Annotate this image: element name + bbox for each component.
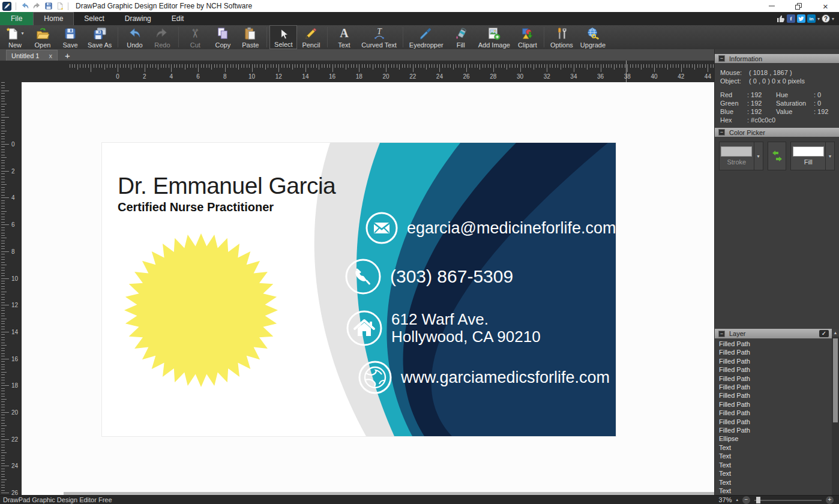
collapse-information-icon[interactable]: −	[718, 55, 725, 62]
add-image-icon	[487, 26, 501, 40]
save-button[interactable]: Save	[56, 25, 84, 49]
pencil-button[interactable]: Pencil	[297, 25, 325, 49]
card-phone-row: (303) 867-5309	[344, 258, 513, 295]
layer-item[interactable]: Filled Path	[719, 365, 832, 374]
stroke-swatch[interactable]	[721, 147, 752, 157]
business-card-artwork[interactable]: Dr. Emmanuel Garcia Certified Nurse Prac…	[102, 143, 616, 436]
layer-scrollbar[interactable]: ▲	[832, 329, 839, 495]
layer-item[interactable]: Text	[719, 469, 832, 478]
horizontal-ruler: 0246810121416182022242628303234363840424…	[22, 61, 714, 82]
layer-item[interactable]: Text	[719, 443, 832, 452]
svg-text:T: T	[377, 27, 382, 36]
layer-item[interactable]: Text	[719, 487, 832, 495]
help-dropdown-icon[interactable]: ▾	[832, 16, 834, 22]
menu-home[interactable]: Home	[33, 12, 74, 25]
zoom-level[interactable]: 37%	[718, 496, 732, 503]
new-dropdown-icon[interactable]: ▾	[21, 31, 23, 36]
layer-item[interactable]: Filled Path	[719, 383, 832, 391]
save-quick-icon[interactable]	[44, 2, 53, 10]
like-icon[interactable]	[777, 14, 785, 23]
color-info-row: Green: 192Saturation: 0	[720, 99, 839, 107]
minimize-button[interactable]	[758, 0, 785, 12]
collapse-layer-icon[interactable]: −	[718, 331, 725, 337]
restore-button[interactable]	[785, 0, 812, 12]
color-info-row: Red: 192Hue: 0	[720, 91, 839, 99]
social-dropdown-icon[interactable]: ▾	[817, 16, 820, 22]
layer-item[interactable]: Filled Path	[719, 409, 832, 417]
menu-drawing[interactable]: Drawing	[115, 12, 161, 25]
toolbar-divider	[544, 27, 544, 47]
card-email-row: egarcia@medicineforlife.com	[365, 211, 616, 245]
zoom-slider-thumb[interactable]	[756, 497, 760, 503]
card-website-row: www.garciamedicsforlife.com	[358, 360, 610, 395]
tab-close-icon[interactable]: x	[49, 52, 52, 59]
fill-icon	[454, 26, 468, 40]
zoom-dropdown-icon[interactable]: ▴	[736, 497, 738, 502]
swap-stroke-fill-button[interactable]	[768, 142, 787, 170]
menu-file[interactable]: File	[0, 12, 33, 25]
undo-button[interactable]: Undo	[121, 25, 148, 49]
new-tab-button[interactable]: +	[62, 50, 73, 61]
curved-text-button[interactable]: T Curved Text	[358, 25, 400, 49]
layer-item[interactable]: Filled Path	[719, 348, 832, 356]
canvas-area[interactable]: Dr. Emmanuel Garcia Certified Nurse Prac…	[0, 61, 714, 495]
copy-button[interactable]: Copy	[209, 25, 236, 49]
upgrade-button[interactable]: Upgrade	[577, 25, 609, 49]
open-button[interactable]: Open	[29, 25, 56, 49]
menu-select[interactable]: Select	[74, 12, 114, 25]
app-logo-icon	[2, 2, 11, 11]
document-page[interactable]: Dr. Emmanuel Garcia Certified Nurse Prac…	[22, 82, 714, 495]
redo-icon	[155, 26, 169, 40]
redo-button[interactable]: Redo	[148, 25, 176, 49]
document-tab-bar: Untitled 1 x +	[0, 49, 714, 61]
zoom-slider[interactable]	[754, 496, 822, 504]
fill-dropdown-icon[interactable]: ▾	[825, 142, 834, 170]
menu-edit[interactable]: Edit	[161, 12, 194, 25]
stroke-dropdown-icon[interactable]: ▾	[754, 142, 763, 170]
layer-item[interactable]: Filled Path	[719, 426, 832, 434]
fill-color-button[interactable]: Fill ▾	[790, 142, 835, 170]
paste-icon	[244, 26, 257, 40]
save-as-button[interactable]: Save As	[84, 25, 115, 49]
new-quick-icon[interactable]	[56, 2, 64, 10]
stroke-color-button[interactable]: Stroke ▾	[719, 142, 763, 170]
scroll-up-icon[interactable]: ▲	[832, 329, 839, 337]
fill-swatch[interactable]	[793, 147, 823, 157]
layer-item[interactable]: Ellipse	[719, 434, 832, 443]
cut-button[interactable]: ✂ Cut	[181, 25, 209, 49]
undo-quick-icon[interactable]	[20, 2, 29, 10]
new-button[interactable]: ▾ New	[1, 25, 29, 49]
redo-quick-icon[interactable]	[32, 2, 41, 10]
select-button[interactable]: Select	[269, 25, 297, 49]
layer-item[interactable]: Filled Path	[719, 357, 832, 365]
clipart-button[interactable]: Clipart	[514, 25, 541, 49]
card-person-name: Dr. Emmanuel Garcia	[118, 173, 335, 199]
scrollbar-thumb[interactable]	[833, 338, 838, 422]
email-icon	[365, 211, 398, 245]
collapse-color-picker-icon[interactable]: −	[718, 129, 725, 136]
layer-item[interactable]: Filled Path	[719, 400, 832, 409]
layer-item[interactable]: Filled Path	[719, 391, 832, 400]
layer-item[interactable]: Filled Path	[719, 374, 832, 383]
layer-visibility-checkbox[interactable]: ✓	[819, 330, 829, 337]
zoom-in-button[interactable]: +	[826, 496, 834, 504]
layer-item[interactable]: Text	[719, 461, 832, 469]
add-image-button[interactable]: Add Image	[475, 25, 514, 49]
tab-untitled-1[interactable]: Untitled 1 x	[6, 50, 58, 61]
options-button[interactable]: Options	[547, 25, 577, 49]
facebook-icon[interactable]: f	[787, 14, 795, 23]
linkedin-icon[interactable]: in	[807, 14, 816, 23]
layer-item[interactable]: Text	[719, 452, 832, 460]
close-button[interactable]: ×	[812, 0, 839, 12]
help-icon[interactable]: ?	[822, 14, 830, 23]
eyedropper-button[interactable]: Eyedropper	[406, 25, 447, 49]
layer-item[interactable]: Text	[719, 478, 832, 487]
fill-button[interactable]: Fill	[447, 25, 475, 49]
zoom-out-button[interactable]: −	[742, 496, 750, 504]
layer-item[interactable]: Filled Path	[719, 418, 832, 426]
text-button[interactable]: A Text	[330, 25, 358, 49]
paste-button[interactable]: Paste	[236, 25, 264, 49]
twitter-icon[interactable]	[797, 14, 805, 23]
undo-icon	[127, 26, 142, 40]
layer-item[interactable]: Filled Path	[719, 340, 832, 348]
